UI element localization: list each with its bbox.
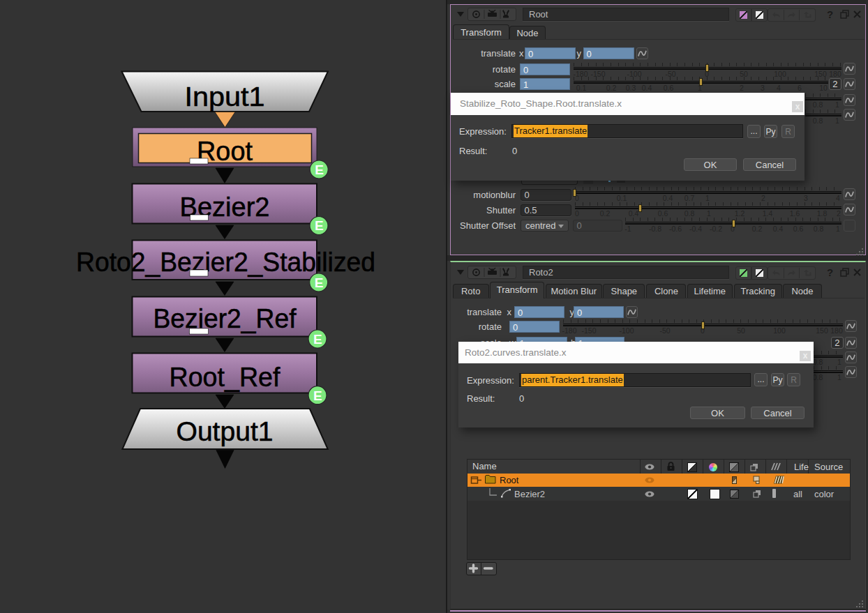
svg-text:E: E [313,332,322,347]
svg-text:Input1: Input1 [185,82,265,112]
svg-text:E: E [313,388,322,403]
svg-text:E: E [315,218,324,233]
svg-text:E: E [315,162,324,177]
svg-text:Roto2_Bezier2_Stabilized: Roto2_Bezier2_Stabilized [76,248,375,277]
svg-text:Output1: Output1 [177,417,274,446]
svg-text:Root_Ref: Root_Ref [170,363,280,392]
svg-text:Bezier2_Ref: Bezier2_Ref [154,304,297,333]
svg-text:E: E [315,275,324,290]
